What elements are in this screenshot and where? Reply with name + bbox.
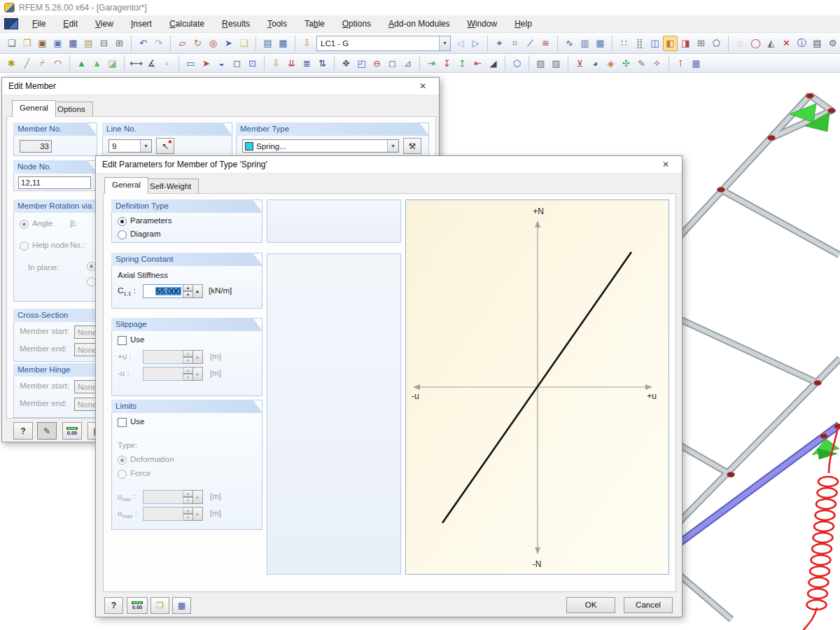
- node-no-field[interactable]: 12,11: [18, 176, 91, 189]
- limits-use-checkbox[interactable]: [118, 418, 127, 427]
- view-cube-icon[interactable]: ◻: [230, 55, 244, 71]
- dropdown-arrow-icon[interactable]: ▾: [439, 36, 450, 50]
- clipboard-icon[interactable]: ▤: [81, 36, 96, 51]
- results-smooth-icon[interactable]: ✎: [634, 55, 649, 71]
- tab-self-weight[interactable]: Self-Weight: [142, 178, 199, 194]
- save-settings-button[interactable]: ▦: [172, 597, 191, 614]
- menu-item[interactable]: Window: [459, 16, 506, 31]
- menu-item[interactable]: Results: [214, 16, 258, 31]
- dimension-slope-icon[interactable]: ∡: [144, 55, 159, 71]
- diagram-radio[interactable]: [118, 230, 127, 239]
- select-special-icon[interactable]: ➤: [199, 55, 214, 71]
- menu-item[interactable]: Add-on Modules: [380, 16, 458, 31]
- angle-radio[interactable]: [20, 220, 29, 229]
- force-radio[interactable]: [118, 470, 127, 479]
- load-case-combobox[interactable]: LC1 - G ▾: [316, 36, 451, 51]
- menu-item[interactable]: Edit: [55, 16, 86, 31]
- tab-general[interactable]: General: [104, 177, 148, 194]
- dropdown-arrow-icon[interactable]: ▾: [140, 140, 151, 152]
- insert-surface-icon[interactable]: ◪: [105, 55, 120, 71]
- spinner-buttons[interactable]: ▲▼: [183, 490, 193, 504]
- draw-rectangle-icon[interactable]: ▭: [183, 55, 198, 71]
- load-generator-icon[interactable]: ⇅: [315, 55, 330, 71]
- line-no-combobox[interactable]: 9 ▾: [108, 139, 152, 153]
- snap-icon[interactable]: ◌: [733, 36, 748, 51]
- project-archive-icon[interactable]: ▣: [35, 36, 50, 51]
- loadcase-next-icon[interactable]: ▷: [468, 36, 483, 51]
- insert-member-icon[interactable]: ⌿: [35, 55, 50, 71]
- spinner-detail-button[interactable]: ▸: [193, 507, 203, 521]
- section-icon[interactable]: ⊺: [673, 55, 688, 71]
- grid-icon[interactable]: ⊞: [694, 36, 708, 51]
- load-nodal-icon[interactable]: ⇩: [269, 55, 284, 71]
- close-icon[interactable]: ✕: [413, 81, 433, 91]
- results-surfaces-icon[interactable]: ◕: [588, 55, 603, 71]
- insert-node-icon[interactable]: ✱: [4, 55, 19, 71]
- zoom-out-icon[interactable]: ⊖: [370, 55, 384, 71]
- undo-icon[interactable]: ↶: [136, 36, 150, 51]
- spinner-detail-button[interactable]: ▸: [193, 367, 203, 381]
- clipboard-settings-icon[interactable]: ▤: [810, 36, 825, 51]
- rotate-view-icon[interactable]: ↻: [190, 36, 205, 51]
- u-min-input[interactable]: [143, 490, 183, 504]
- visibility-icon[interactable]: ◒: [214, 55, 229, 71]
- spinner-detail-button[interactable]: ▸: [193, 350, 203, 364]
- menu-item[interactable]: Table: [296, 16, 333, 31]
- help-node-radio[interactable]: [20, 241, 29, 251]
- select-pointer-icon[interactable]: ➤: [221, 36, 236, 51]
- help-button[interactable]: ?: [104, 597, 123, 614]
- new-comment-icon[interactable]: ❑: [237, 36, 251, 51]
- menu-item[interactable]: Calculate: [161, 16, 213, 31]
- save-icon[interactable]: ▦: [66, 36, 80, 51]
- cancel-button[interactable]: Cancel: [624, 597, 673, 613]
- new-file-icon[interactable]: ❏: [4, 36, 19, 51]
- units-button[interactable]: 0.00: [62, 422, 82, 440]
- load-member-icon[interactable]: ⇊: [284, 55, 299, 71]
- open-settings-button[interactable]: ❐: [150, 597, 169, 614]
- delete-icon[interactable]: ✕: [779, 36, 794, 51]
- rendering-icon[interactable]: ▧: [533, 55, 548, 71]
- loadcase-prev-icon[interactable]: ◁: [453, 36, 468, 51]
- edit-member-titlebar[interactable]: Edit Member ✕: [2, 78, 439, 95]
- center-target-icon[interactable]: ◎: [206, 36, 220, 51]
- pan-icon[interactable]: ✥: [339, 55, 354, 71]
- view-y-icon[interactable]: ↧: [440, 55, 454, 71]
- insert-line-icon[interactable]: ╱: [20, 55, 34, 71]
- spinner-buttons[interactable]: ▲▼: [183, 350, 193, 364]
- workplane-xz-icon[interactable]: ◨: [678, 36, 693, 51]
- load-surface-icon[interactable]: ≣: [300, 55, 314, 71]
- tables-icon[interactable]: ▦: [276, 36, 290, 51]
- member-diagram-icon[interactable]: ∿: [562, 36, 577, 51]
- menu-item[interactable]: Insert: [122, 16, 160, 31]
- zoom-window-icon[interactable]: ◰: [354, 55, 369, 71]
- axial-stiffness-input[interactable]: 55.000: [143, 284, 183, 298]
- menu-item[interactable]: Options: [334, 16, 379, 31]
- panel-icon[interactable]: ▦: [689, 55, 704, 71]
- member-type-combobox[interactable]: Spring... ▾: [242, 139, 399, 153]
- edit-polygon-icon[interactable]: ▱: [175, 36, 190, 51]
- spinner-detail-button[interactable]: ▸: [193, 284, 203, 298]
- edit-parameters-titlebar[interactable]: Edit Parameters for Member of Type 'Spri…: [96, 156, 682, 174]
- loadcase-new-icon[interactable]: ⇩: [300, 36, 314, 51]
- spinner-buttons[interactable]: ▲▼: [183, 284, 193, 298]
- perspective-icon[interactable]: ⊿: [400, 55, 415, 71]
- spinner-buttons[interactable]: ▲▼: [183, 507, 193, 521]
- fe-mesh-icon[interactable]: ∷: [617, 36, 631, 51]
- slippage-use-checkbox[interactable]: [118, 336, 127, 345]
- plus-u-input[interactable]: [143, 350, 183, 364]
- deformation-radio[interactable]: [118, 456, 127, 465]
- open-file-icon[interactable]: ❐: [20, 36, 34, 51]
- results-animation-icon[interactable]: ✣: [619, 55, 634, 71]
- selection-region-icon[interactable]: ▫: [160, 55, 174, 71]
- options-gear-icon[interactable]: ⚙: [825, 36, 840, 51]
- spinner-detail-button[interactable]: ▸: [193, 490, 203, 504]
- member-numbering-icon[interactable]: ⟋: [523, 36, 538, 51]
- u-max-input[interactable]: [143, 507, 183, 521]
- view-minus-z-icon[interactable]: ⇤: [470, 55, 485, 71]
- print-preview-icon[interactable]: ⊞: [112, 36, 127, 51]
- menu-item[interactable]: File: [24, 16, 54, 31]
- redo-icon[interactable]: ↷: [151, 36, 166, 51]
- project-manager-icon[interactable]: ▣: [50, 36, 65, 51]
- insert-arc-icon[interactable]: ◠: [50, 55, 65, 71]
- printout-report-icon[interactable]: ▤: [260, 36, 275, 51]
